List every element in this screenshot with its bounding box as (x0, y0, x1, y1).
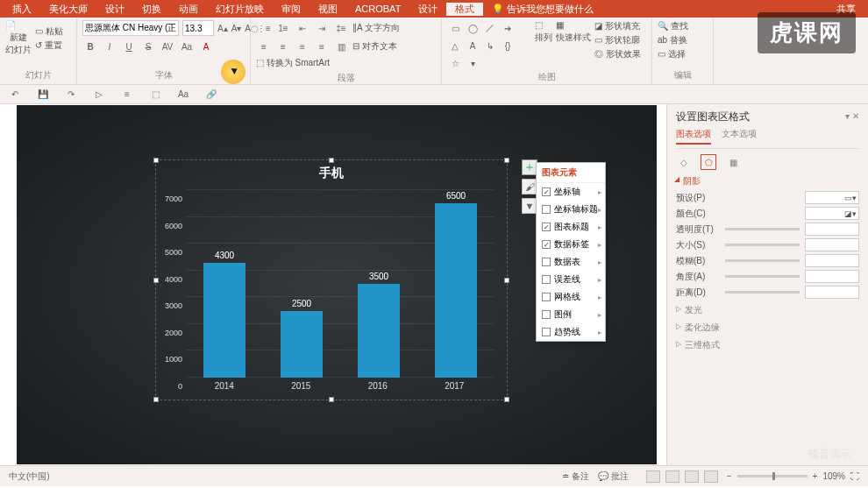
arrange-button[interactable]: ⬚排列 (535, 20, 552, 44)
bullets-icon[interactable]: ⋮≡ (256, 20, 272, 36)
fill-line-icon[interactable]: ◇ (676, 154, 692, 170)
bar[interactable] (203, 263, 245, 378)
qa-undo-icon[interactable]: ↶ (7, 87, 23, 103)
font-size-select[interactable] (182, 20, 214, 36)
view-sorter-button[interactable] (665, 470, 679, 483)
strike-button[interactable]: S (140, 39, 156, 54)
underline-button[interactable]: U (121, 39, 137, 54)
flyout-item[interactable]: 图例 (537, 306, 605, 323)
font-name-select[interactable] (82, 20, 179, 36)
qa-format-icon[interactable]: Aa (175, 87, 191, 103)
text-direction-button[interactable]: ‖A 文字方向 (352, 22, 400, 34)
tab-slideshow[interactable]: 幻灯片放映 (207, 3, 273, 16)
effects-icon[interactable]: ⬠ (701, 154, 716, 170)
shape-circle-icon[interactable]: ◯ (465, 20, 480, 36)
qa-redo-icon[interactable]: ↷ (63, 87, 79, 103)
prop-color-select[interactable]: ◪▾ (805, 207, 859, 220)
prop-angle-slider[interactable] (725, 275, 800, 278)
tab-acrobat[interactable]: ACROBAT (346, 4, 409, 14)
prop-transparency-slider[interactable] (725, 228, 800, 230)
flyout-item[interactable]: 误差线 (537, 271, 605, 288)
zoom-out-icon[interactable]: − (727, 471, 732, 481)
pane-tab-chart-options[interactable]: 图表选项 (676, 128, 711, 145)
bold-button[interactable]: B (82, 39, 98, 54)
align-left-icon[interactable]: ≡ (256, 39, 272, 54)
chart-container[interactable]: 手机 01000200030004000500060007000 4300250… (155, 159, 508, 400)
pane-close-button[interactable]: ▾ ✕ (845, 111, 859, 121)
tab-format[interactable]: 格式 (446, 3, 483, 16)
section-glow[interactable]: 发光 (676, 301, 859, 319)
replace-button[interactable]: ab 替换 (658, 34, 708, 46)
align-center-icon[interactable]: ≡ (275, 39, 291, 54)
columns-icon[interactable]: ▥ (333, 39, 349, 54)
section-soft-edges[interactable]: 柔化边缘 (676, 319, 859, 336)
view-normal-button[interactable] (646, 470, 660, 483)
size-props-icon[interactable]: ▦ (725, 154, 741, 170)
slide-canvas[interactable]: 手机 01000200030004000500060007000 4300250… (0, 104, 666, 465)
shape-triangle-icon[interactable]: △ (447, 38, 463, 53)
tab-beautify[interactable]: 美化大师 (40, 3, 96, 16)
section-shadow[interactable]: 阴影 (676, 175, 859, 187)
qa-link-icon[interactable]: 🔗 (203, 87, 219, 103)
flyout-item[interactable]: ✓数据标签 (537, 236, 605, 253)
zoom-in-icon[interactable]: + (813, 471, 818, 481)
shape-arrow-icon[interactable]: ➔ (500, 20, 516, 36)
shape-star-icon[interactable]: ☆ (447, 55, 463, 71)
tab-design[interactable]: 设计 (96, 3, 133, 16)
shape-line-icon[interactable]: ／ (482, 20, 498, 36)
find-button[interactable]: 🔍 查找 (658, 20, 708, 32)
prop-size-input[interactable] (805, 238, 859, 251)
flyout-item[interactable]: 网格线 (537, 288, 605, 306)
layout-button[interactable]: ▭ 粘贴 (35, 25, 63, 38)
align-text-button[interactable]: ⊟ 对齐文本 (352, 40, 397, 53)
qa-group-icon[interactable]: ⬚ (147, 87, 163, 103)
bar[interactable] (281, 311, 323, 378)
zoom-value[interactable]: 109% (822, 471, 845, 481)
align-right-icon[interactable]: ≡ (295, 39, 310, 54)
tab-animation[interactable]: 动画 (170, 3, 207, 16)
char-spacing-button[interactable]: AV (160, 39, 175, 54)
view-reading-button[interactable] (685, 470, 699, 483)
tab-chart-design[interactable]: 设计 (409, 3, 446, 16)
flyout-item[interactable]: 趋势线 (537, 323, 605, 341)
zoom-control[interactable]: − + 109% ⛶ (727, 471, 859, 481)
change-case-button[interactable]: Aa (179, 39, 195, 54)
section-3d-format[interactable]: 三维格式 (676, 336, 859, 354)
flyout-item[interactable]: 坐标轴标题 (537, 201, 605, 218)
shape-text-icon[interactable]: A (465, 38, 480, 53)
shape-rect-icon[interactable]: ▭ (447, 20, 463, 36)
view-slideshow-button[interactable] (704, 470, 718, 483)
tell-me[interactable]: 💡 告诉我您想要做什么 (483, 3, 602, 16)
status-notes-button[interactable]: ≐ 备注 (562, 470, 589, 483)
prop-blur-input[interactable] (805, 254, 859, 267)
tab-view[interactable]: 视图 (309, 3, 346, 16)
prop-size-slider[interactable] (725, 244, 800, 246)
bar[interactable] (358, 284, 400, 378)
tab-review[interactable]: 审阅 (273, 3, 309, 16)
prop-distance-input[interactable] (805, 286, 859, 299)
prop-angle-input[interactable] (805, 270, 859, 283)
flyout-item[interactable]: ✓坐标轴 (537, 183, 605, 201)
prop-distance-slider[interactable] (725, 291, 800, 294)
pane-tab-text-options[interactable]: 文本选项 (722, 128, 757, 145)
flyout-item[interactable]: ✓图表标题 (537, 218, 605, 236)
flyout-item[interactable]: 数据表 (537, 253, 605, 271)
qa-play-icon[interactable]: ▷ (91, 87, 107, 103)
grow-font-icon[interactable]: A▴ (217, 20, 228, 36)
status-lang[interactable]: 中文(中国) (9, 470, 50, 483)
select-button[interactable]: ▭ 选择 (658, 48, 708, 60)
shape-effects-button[interactable]: ◎ 形状效果 (594, 48, 641, 60)
prop-preset-select[interactable]: ▭▾ (805, 191, 859, 204)
qa-align-icon[interactable]: ≡ (119, 87, 135, 103)
bar[interactable] (435, 203, 477, 378)
tab-transition[interactable]: 切换 (133, 3, 170, 16)
chart-title[interactable]: 手机 (156, 160, 507, 181)
reset-button[interactable]: ↺ 重置 (35, 39, 63, 52)
line-spacing-icon[interactable]: ‡≡ (333, 20, 349, 36)
shape-conn-icon[interactable]: ↳ (482, 38, 498, 53)
qa-save-icon[interactable]: 💾 (35, 87, 51, 103)
smartart-button[interactable]: ⬚ 转换为 SmartArt (256, 57, 330, 69)
align-justify-icon[interactable]: ≡ (314, 39, 330, 54)
tab-insert[interactable]: 插入 (4, 3, 40, 16)
prop-transparency-input[interactable] (805, 223, 859, 236)
